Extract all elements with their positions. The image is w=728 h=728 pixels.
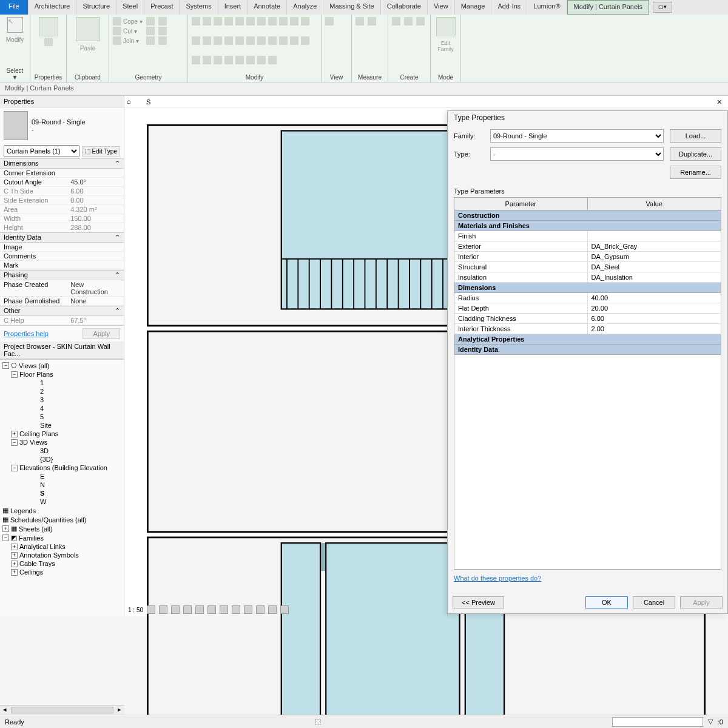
vc-icon[interactable] [159, 605, 167, 614]
prop-row[interactable]: Corner Extension [0, 169, 124, 178]
section-phasing[interactable]: Phasing [4, 271, 28, 279]
expand-icon[interactable]: + [11, 561, 18, 567]
mod-icon[interactable] [246, 36, 255, 45]
mod-icon[interactable] [268, 36, 277, 45]
filter-select[interactable]: Curtain Panels (1) [4, 145, 79, 157]
tree-leaf[interactable]: +Analytical Links [0, 542, 124, 551]
vc-icon[interactable] [256, 605, 265, 614]
mod-icon[interactable] [290, 17, 298, 25]
menu-precast[interactable]: Precast [144, 0, 180, 15]
menu-collaborate[interactable]: Collaborate [381, 0, 428, 15]
menu-file[interactable]: File [0, 0, 29, 15]
geom-icon-2[interactable] [146, 27, 155, 35]
expand-icon[interactable]: + [2, 525, 9, 532]
create-icon[interactable] [404, 17, 413, 25]
tree-legends[interactable]: Legends [10, 507, 36, 514]
mod-icon[interactable] [257, 17, 266, 25]
mod-icon[interactable] [257, 36, 266, 45]
family-select[interactable]: 09-Round - Single [490, 129, 664, 143]
mod-icon[interactable] [224, 36, 233, 45]
workset-select[interactable] [612, 717, 703, 727]
home-icon[interactable]: ⌂ [127, 98, 135, 106]
scale-label[interactable]: 1 : 50 [128, 607, 143, 613]
dialog-apply-button[interactable]: Apply [680, 596, 723, 608]
param-row[interactable]: Interior Thickness2.00 [454, 324, 721, 334]
menu-view[interactable]: View [428, 0, 455, 15]
expand-icon[interactable]: − [11, 465, 18, 471]
param-row[interactable]: InsulationDA_Inuslation [454, 272, 721, 283]
type-name[interactable]: 09-Round - Single [32, 118, 86, 126]
properties-apply-button[interactable]: Apply [83, 328, 120, 339]
tree-leaf[interactable]: 4 [0, 404, 124, 413]
tree-floor-plans[interactable]: Floor Plans [19, 371, 53, 378]
menu-extra-toggle[interactable]: ▢▾ [653, 2, 672, 13]
param-row[interactable]: StructuralDA_Steel [454, 262, 721, 272]
tree-schedules[interactable]: Schedules/Quantities (all) [10, 516, 86, 524]
prop-row[interactable]: Height288.00 [0, 223, 124, 232]
select-cursor-icon[interactable]: ↖ [7, 17, 23, 33]
prop-row[interactable]: Side Extension0.00 [0, 196, 124, 205]
prop-row[interactable]: Mark [0, 261, 124, 270]
geom-icon-5[interactable] [158, 27, 167, 35]
prop-row[interactable]: Phase DemolishedNone [0, 297, 124, 306]
mod-icon[interactable] [279, 17, 288, 25]
vc-icon[interactable] [280, 605, 289, 614]
param-row[interactable]: Cladding Thickness6.00 [454, 314, 721, 324]
mod-icon[interactable] [268, 56, 277, 64]
param-row[interactable]: InteriorDA_Gypsum [454, 252, 721, 262]
geom-icon-3[interactable] [146, 36, 155, 45]
tree-leaf[interactable]: 3D [0, 447, 124, 455]
mod-icon[interactable] [235, 36, 244, 45]
geom-icon-6[interactable] [158, 36, 167, 45]
properties-help-link[interactable]: Properties help [4, 330, 49, 337]
mod-icon[interactable] [301, 36, 309, 45]
vc-icon[interactable] [183, 605, 192, 614]
tree-leaf[interactable]: {3D} [0, 455, 124, 463]
cope-icon[interactable] [113, 17, 121, 25]
menu-insert[interactable]: Insert [218, 0, 248, 15]
mod-icon[interactable] [246, 17, 255, 25]
prop-row[interactable]: Area4.320 m² [0, 205, 124, 214]
mod-icon[interactable] [192, 17, 200, 25]
join-icon[interactable] [113, 36, 121, 45]
vc-icon[interactable] [244, 605, 252, 614]
worksharing-icon[interactable]: ⬚ [315, 718, 321, 726]
expand-icon[interactable]: + [11, 431, 18, 437]
join-label[interactable]: Join ▾ [123, 38, 139, 44]
tree-leaf[interactable]: +Annotation Symbols [0, 551, 124, 559]
ribbon-select-label[interactable]: Select ▼ [4, 66, 26, 81]
vc-icon[interactable] [171, 605, 180, 614]
expand-icon[interactable]: − [11, 439, 18, 446]
mod-icon[interactable] [214, 36, 222, 45]
tree-leaf[interactable]: 5 [0, 413, 124, 421]
mod-icon[interactable] [235, 56, 244, 64]
prop-row[interactable]: Image [0, 243, 124, 252]
menu-addins[interactable]: Add-Ins [491, 0, 527, 15]
hscroll[interactable]: ◂ ▸ [0, 705, 124, 715]
mod-icon[interactable] [192, 56, 200, 64]
menu-architecture[interactable]: Architecture [29, 0, 77, 15]
duplicate-button[interactable]: Duplicate... [670, 147, 721, 161]
tree-leaf[interactable]: 3 [0, 396, 124, 404]
param-row[interactable]: Radius40.00 [454, 293, 721, 303]
prop-row[interactable]: Comments [0, 252, 124, 261]
tree-leaf[interactable]: S [0, 489, 124, 497]
rename-button[interactable]: Rename... [670, 166, 721, 179]
mod-icon[interactable] [214, 17, 222, 25]
tree-elev[interactable]: Elevations (Building Elevation [19, 464, 107, 471]
menu-massing[interactable]: Massing & Site [323, 0, 380, 15]
vc-icon[interactable] [220, 605, 228, 614]
mod-icon[interactable] [203, 17, 211, 25]
paste-icon[interactable] [76, 17, 100, 41]
mod-icon[interactable] [224, 17, 233, 25]
tree-leaf[interactable]: +Ceilings [0, 568, 124, 576]
param-section[interactable]: Dimensions [454, 283, 721, 293]
section-other[interactable]: Other [4, 307, 21, 315]
create-icon[interactable] [392, 17, 400, 25]
vc-icon[interactable] [232, 605, 240, 614]
type-select[interactable]: - [490, 147, 664, 161]
mod-icon[interactable] [214, 56, 222, 64]
prop-row[interactable]: C Th Side6.00 [0, 187, 124, 196]
menu-structure[interactable]: Structure [76, 0, 116, 15]
measure-icon[interactable] [368, 17, 376, 25]
